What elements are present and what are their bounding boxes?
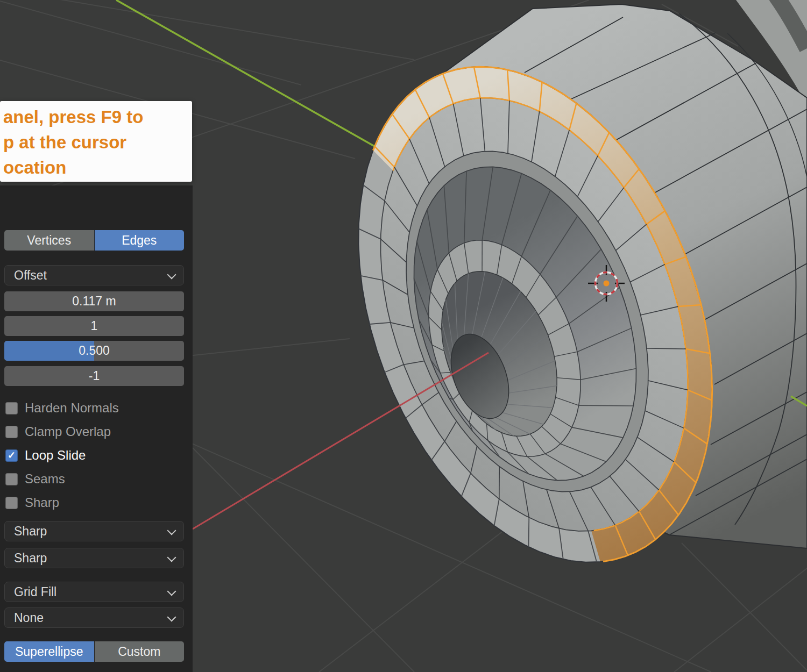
profile-superellipse-button[interactable]: Superellipse — [4, 641, 94, 662]
miter-outer-dropdown[interactable]: Sharp — [4, 521, 184, 541]
face-strength-dropdown[interactable]: None — [4, 607, 184, 628]
blender-window: anel, press F9 to p at the cursor ocatio… — [0, 0, 807, 672]
harden-normals-row[interactable]: Harden Normals — [4, 399, 184, 417]
intersection-type-value: Grid Fill — [14, 585, 56, 599]
affect-vertices-button[interactable]: Vertices — [4, 230, 94, 251]
material-index-field[interactable]: -1 — [4, 366, 184, 386]
profile-custom-button[interactable]: Custom — [95, 641, 185, 662]
segments-value: 1 — [91, 319, 98, 333]
checkbox-checked-icon[interactable] — [5, 449, 18, 462]
intersection-type-dropdown[interactable]: Grid Fill — [4, 582, 184, 602]
material-index-value: -1 — [89, 369, 100, 383]
miter-inner-value: Sharp — [14, 551, 47, 566]
width-type-value: Offset — [14, 268, 47, 283]
miter-outer-value: Sharp — [14, 524, 47, 539]
instruction-overlay: anel, press F9 to p at the cursor ocatio… — [0, 101, 192, 182]
instruction-line: ocation — [3, 155, 191, 180]
shape-slider[interactable]: 0.500 — [4, 341, 184, 361]
sharp-label: Sharp — [25, 495, 59, 510]
checkbox-icon[interactable] — [5, 402, 18, 414]
cursor-pivot-dot — [604, 281, 610, 287]
instruction-line: anel, press F9 to — [3, 104, 191, 130]
width-type-dropdown[interactable]: Offset — [4, 265, 184, 285]
seams-row[interactable]: Seams — [4, 470, 184, 488]
checkbox-icon[interactable] — [5, 426, 18, 438]
loop-slide-label: Loop Slide — [25, 448, 86, 463]
clamp-overlap-row[interactable]: Clamp Overlap — [4, 423, 184, 440]
instruction-line: p at the cursor — [3, 130, 191, 155]
segments-field[interactable]: 1 — [4, 316, 184, 336]
clamp-overlap-label: Clamp Overlap — [25, 424, 111, 439]
profile-segmented-control: Superellipse Custom — [4, 641, 184, 662]
affect-edges-button[interactable]: Edges — [95, 230, 185, 251]
sharp-row[interactable]: Sharp — [4, 494, 184, 511]
miter-inner-dropdown[interactable]: Sharp — [4, 548, 184, 568]
affect-segmented-control: Vertices Edges — [4, 230, 184, 251]
toggle-group: Harden Normals Clamp Overlap Loop Slide … — [4, 399, 184, 511]
bevel-operator-panel: Vertices Edges Offset 0.117 m 1 0.500 -1… — [0, 185, 193, 672]
face-strength-value: None — [14, 611, 44, 625]
shape-value: 0.500 — [79, 344, 110, 358]
seams-label: Seams — [25, 471, 65, 487]
checkbox-icon[interactable] — [5, 473, 18, 485]
loop-slide-row[interactable]: Loop Slide — [4, 447, 184, 464]
width-value: 0.117 m — [72, 294, 116, 309]
width-field[interactable]: 0.117 m — [4, 291, 184, 311]
checkbox-icon[interactable] — [5, 497, 18, 509]
harden-normals-label: Harden Normals — [25, 401, 119, 416]
